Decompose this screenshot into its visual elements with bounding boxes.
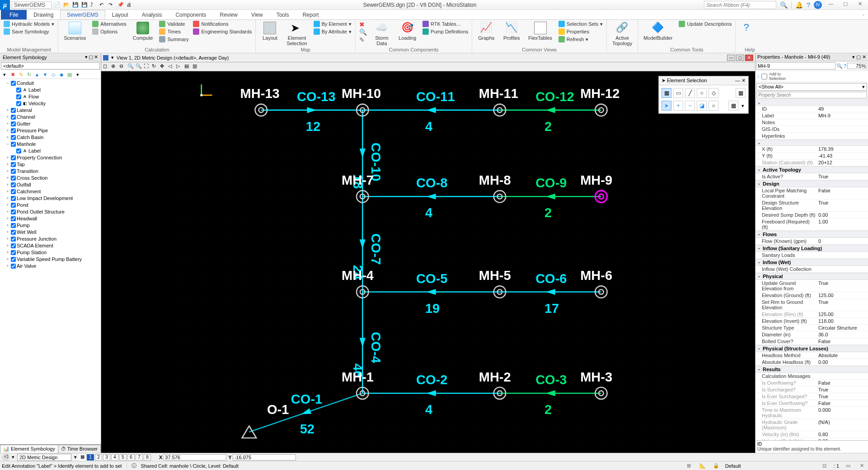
vt-fit-icon[interactable]: ⛶ xyxy=(144,63,151,70)
print-icon[interactable]: 🖨 xyxy=(127,2,133,8)
pin-icon[interactable]: 📌 xyxy=(117,2,124,8)
property-row[interactable]: Hydraulic Grade (Maximum)(N/A) xyxy=(755,419,868,431)
properties-button[interactable]: Properties xyxy=(558,28,603,35)
property-row[interactable]: Elevation (Rim) (ft)125.00 xyxy=(755,311,868,318)
symb-delete-icon[interactable]: ✖ xyxy=(9,71,16,78)
save-symbology-button[interactable]: Save Symbology xyxy=(4,28,54,35)
tree-node[interactable]: +Gutter xyxy=(0,121,101,127)
vt-icon-2[interactable]: ⊕ xyxy=(111,63,118,70)
property-section[interactable]: ⌄Results xyxy=(755,366,868,373)
property-row[interactable]: Freeboard (Required) (ft)1.00 xyxy=(755,219,868,231)
delete-icon[interactable]: ✖ xyxy=(359,21,367,28)
tree-node[interactable]: ALabel xyxy=(0,148,101,154)
property-row[interactable]: Absolute Headloss (ft)0.00 xyxy=(755,359,868,366)
tree-node[interactable]: +SCADA Element xyxy=(0,242,101,249)
engineering-standards-button[interactable]: Engineering Standards xyxy=(193,28,252,35)
tree-node[interactable]: AFlow xyxy=(0,93,101,100)
vt-next-icon[interactable]: ▷ xyxy=(176,63,183,70)
maximize-button[interactable]: ▢ xyxy=(840,1,851,9)
tab-view[interactable]: View xyxy=(244,10,270,19)
ribbon-collapse-icon[interactable]: ˇ xyxy=(859,14,868,19)
property-filter-combo[interactable]: <Show All>▾ xyxy=(756,83,867,91)
profiles-button[interactable]: 📉Profiles xyxy=(501,21,522,42)
tree-node[interactable]: −Manhole xyxy=(0,141,101,148)
vt-zoom-in-icon[interactable]: 🔍+ xyxy=(127,63,135,70)
view-num-8[interactable]: 8 xyxy=(144,454,151,461)
tree-node[interactable]: +Air Valve xyxy=(0,263,101,270)
refresh-button[interactable]: Refresh ▾ xyxy=(558,36,603,42)
symb-up-icon[interactable]: ▲ xyxy=(33,71,41,78)
property-row[interactable]: Sanitary Loads xyxy=(755,252,868,259)
sel-poly-icon[interactable]: ◇ xyxy=(708,88,718,98)
property-section[interactable]: ⌄ xyxy=(755,140,868,146)
property-row[interactable]: Is Overflowing?False xyxy=(755,380,868,386)
tab-tools[interactable]: Tools xyxy=(270,10,296,19)
prop-close-icon[interactable]: ✕ xyxy=(862,54,866,60)
rtk-tables-button[interactable]: RTK Tables... xyxy=(422,21,468,27)
property-row[interactable]: Is Surcharged?True xyxy=(755,386,868,393)
redo-icon[interactable]: ↷ xyxy=(108,2,115,8)
selected-element-input[interactable] xyxy=(756,62,835,70)
tab-layout[interactable]: Layout xyxy=(105,10,135,19)
sb-end1-icon[interactable]: ▭ xyxy=(844,462,853,470)
view-maximize-button[interactable]: ▢ xyxy=(736,55,744,61)
sb-tool2-icon[interactable]: 📐 xyxy=(698,462,707,470)
property-section[interactable]: ⌄ xyxy=(755,99,868,106)
panel-pin-icon[interactable]: ▢ xyxy=(89,54,93,60)
property-row[interactable]: Desired Sump Depth (ft)0.00 xyxy=(755,212,868,219)
tree-node[interactable]: +Channel xyxy=(0,114,101,121)
prop-toggle-icon[interactable]: ↕ xyxy=(757,74,760,79)
by-element-button[interactable]: By Element ▾ xyxy=(314,21,352,27)
property-row[interactable]: Structure TypeCircular Structure xyxy=(755,325,868,331)
help-button[interactable]: ? xyxy=(739,21,760,36)
snap-icon[interactable]: ⓘ xyxy=(131,462,136,469)
property-row[interactable]: X (ft)178.39 xyxy=(755,146,868,153)
view-dropdown-icon[interactable]: ▾ xyxy=(111,55,114,60)
tab-review[interactable]: Review xyxy=(213,10,244,19)
sb-tool1-icon[interactable]: ⊞ xyxy=(685,462,694,470)
microstation-logo-icon[interactable]: µ xyxy=(0,0,10,10)
scenario-combo[interactable]: <default> xyxy=(1,62,100,70)
property-section[interactable]: ⌄Design xyxy=(755,180,868,187)
tree-node[interactable]: +Pond Outlet Structure xyxy=(0,209,101,215)
summary-button[interactable]: Summary xyxy=(159,36,188,42)
add-to-selection-checkbox[interactable] xyxy=(761,74,767,79)
property-row[interactable]: Inflow (Wet) Collection xyxy=(755,266,868,273)
property-section[interactable]: ⌄Active Topology xyxy=(755,166,868,173)
tab-element-symbology[interactable]: 📊 Element Symbology xyxy=(0,445,58,453)
property-row[interactable]: Headloss MethodAbsolute xyxy=(755,352,868,359)
view-num-6[interactable]: 6 xyxy=(127,454,135,461)
edit-icon[interactable]: ✎ xyxy=(359,36,367,43)
tree-node[interactable]: +Cross Section xyxy=(0,175,101,181)
symb-dropdown-icon[interactable]: ▾ xyxy=(1,71,8,78)
property-section[interactable]: ⌄Physical xyxy=(755,273,868,280)
new-icon[interactable]: 📄 xyxy=(54,2,61,8)
prop-pin-icon[interactable]: ▢ xyxy=(856,54,861,60)
user-icon[interactable]: IV xyxy=(814,1,822,9)
tab-report[interactable]: Report xyxy=(296,10,326,19)
toolbox-expand-icon[interactable]: ▾ xyxy=(740,103,746,109)
sel-block-icon[interactable]: ▭ xyxy=(673,88,683,98)
vt-rotate-icon[interactable]: ↻ xyxy=(152,63,159,70)
vt-misc1-icon[interactable]: ▤ xyxy=(184,63,192,70)
symb-tool2-icon[interactable]: ◆ xyxy=(58,71,65,78)
validate-button[interactable]: Validate xyxy=(159,21,188,27)
tree-node[interactable]: ◧Velocity xyxy=(0,100,101,107)
sel-settings-icon[interactable]: ▦ xyxy=(736,88,746,98)
symbology-tree[interactable]: −ConduitALabelAFlow◧Velocity+Lateral+Cha… xyxy=(0,79,101,444)
scenarios-button[interactable]: Scenarios xyxy=(62,21,88,42)
property-row[interactable]: ID49 xyxy=(755,106,868,112)
tab-sewergems[interactable]: SewerGEMS xyxy=(60,10,105,19)
panel-close-icon[interactable]: ✕ xyxy=(94,54,98,60)
toolbox-close-icon[interactable]: ✕ xyxy=(741,78,746,83)
update-descriptions-button[interactable]: Update Descriptions xyxy=(679,21,732,27)
view-num-3[interactable]: 3 xyxy=(103,454,110,461)
notifications-button[interactable]: Notifications xyxy=(193,21,252,27)
sel-new-icon[interactable]: ➤ xyxy=(662,101,671,111)
notification-icon[interactable]: 🔔 xyxy=(795,1,803,9)
sel-clear-icon[interactable]: ○ xyxy=(708,101,718,111)
alternatives-button[interactable]: Alternatives xyxy=(92,21,126,27)
property-row[interactable]: Velocity (In) (ft/s)0.80 xyxy=(755,431,868,438)
view-num-1[interactable]: 1 xyxy=(87,454,94,461)
sb-scale-icon[interactable]: ⊡ xyxy=(820,462,829,470)
